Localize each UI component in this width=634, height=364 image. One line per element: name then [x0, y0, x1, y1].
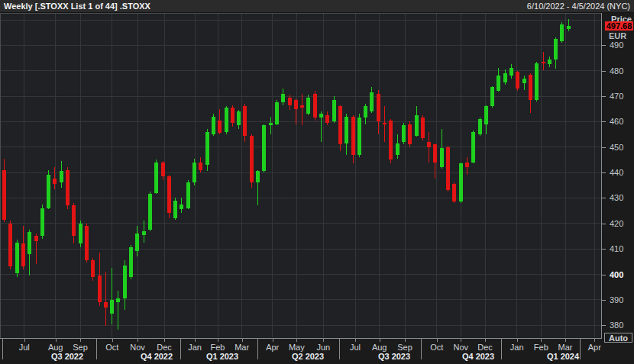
quarter-label: Q1 2023	[206, 352, 238, 361]
month-label: Apr	[588, 343, 601, 352]
title-bar: Weekly [.STOXX List 1 of 44] .STOXX 6/10…	[0, 0, 634, 13]
month-label: Jan	[510, 343, 524, 352]
candle-body	[396, 143, 399, 155]
month-label: Dec	[477, 343, 493, 352]
y-axis-tick	[602, 224, 606, 224]
candle-body	[548, 60, 552, 65]
candle-body	[484, 106, 488, 124]
candle-body	[275, 102, 279, 124]
candle-body	[269, 123, 273, 125]
quarter-tick	[580, 339, 581, 359]
y-axis-tick	[602, 198, 606, 198]
candle-body	[2, 170, 6, 220]
candle-body	[294, 100, 298, 109]
candle-body	[154, 163, 158, 193]
plot-area[interactable]	[0, 13, 602, 339]
y-axis-tick	[602, 96, 606, 97]
month-label: Jul	[350, 343, 361, 352]
chart-window: Weekly [.STOXX List 1 of 44] .STOXX 6/10…	[0, 0, 634, 364]
month-label: May	[289, 343, 305, 352]
candle-body	[288, 98, 292, 105]
candle-body	[192, 163, 196, 183]
y-axis-tick	[602, 300, 606, 301]
candle-body	[351, 117, 355, 155]
candle-body	[47, 175, 50, 208]
month-tick	[594, 339, 595, 342]
month-tick	[195, 339, 196, 342]
quarter-tick	[501, 339, 502, 359]
y-tick-label: 450	[610, 143, 632, 152]
time-axis[interactable]: JulAugSepOctNovDecJanFebMarAprMayJunJulA…	[0, 339, 634, 364]
y-tick-label: 460	[610, 117, 632, 126]
quarter-label: Q4 2023	[462, 352, 494, 361]
candle-body	[471, 132, 475, 163]
price-axis[interactable]: Price EUR 497.68 38039040041042043044045…	[602, 13, 634, 339]
month-label: Feb	[534, 343, 548, 352]
y-axis-tick	[602, 325, 606, 326]
candle-body	[250, 136, 254, 183]
candle-body	[560, 24, 564, 42]
quarter-tick	[180, 339, 181, 359]
quarter-tick	[2, 339, 3, 359]
month-label: Feb	[211, 343, 225, 352]
candle-body	[66, 170, 70, 206]
currency-label: EUR	[609, 31, 626, 40]
candle-body	[91, 260, 95, 277]
candle-body	[370, 92, 374, 111]
candle-body	[212, 117, 215, 134]
quarter-label: Q3 2023	[378, 352, 410, 361]
month-tick	[355, 339, 356, 342]
y-axis-tick	[602, 275, 606, 275]
quarter-label: Q2 2023	[292, 352, 324, 361]
candle-body	[15, 243, 19, 273]
candle-body	[218, 121, 222, 134]
candle-body	[383, 123, 387, 124]
month-tick	[405, 339, 406, 342]
candle-body	[332, 100, 336, 121]
quarter-tick	[339, 339, 340, 359]
candle-body	[243, 106, 247, 135]
month-tick	[485, 339, 486, 342]
candle-body	[262, 125, 266, 171]
y-tick-label: 400	[610, 270, 632, 279]
candle-body	[408, 124, 412, 145]
candle-body	[53, 179, 57, 184]
candle-body	[123, 266, 127, 298]
candle-body	[306, 98, 310, 114]
candle-body	[509, 68, 513, 76]
month-tick	[56, 339, 57, 342]
month-tick	[273, 339, 273, 342]
month-label: Sep	[73, 343, 88, 352]
quarter-label: Q4 2022	[141, 352, 173, 361]
candle-body	[237, 111, 241, 125]
candle-body	[535, 63, 539, 100]
chart-title: Weekly [.STOXX List 1 of 44] .STOXX	[4, 2, 150, 11]
month-label: Nov	[454, 343, 469, 352]
y-axis-tick	[602, 45, 606, 46]
candle-body	[256, 171, 260, 182]
y-tick-label: 390	[610, 295, 632, 304]
quarter-tick	[421, 339, 422, 359]
candle-body	[72, 205, 76, 236]
month-label: Jun	[316, 343, 330, 352]
candle-body	[440, 148, 444, 167]
candle-body	[567, 26, 571, 29]
month-tick	[380, 339, 380, 342]
candle-body	[344, 117, 348, 143]
candlestick-plot[interactable]	[0, 13, 602, 339]
candle-body	[98, 275, 102, 302]
y-tick-label: 430	[610, 193, 632, 202]
candle-body	[60, 171, 63, 182]
y-axis-tick	[602, 121, 606, 122]
candle-body	[135, 234, 139, 251]
month-tick	[24, 339, 25, 342]
candle-body	[180, 205, 183, 210]
month-tick	[242, 339, 243, 342]
auto-scale-button[interactable]: Auto	[604, 333, 632, 343]
y-axis-tick	[602, 71, 606, 72]
candle-body	[300, 105, 304, 108]
month-tick	[112, 339, 113, 342]
candle-body	[313, 94, 317, 118]
candle-body	[142, 231, 146, 235]
month-label: Sep	[397, 343, 412, 352]
